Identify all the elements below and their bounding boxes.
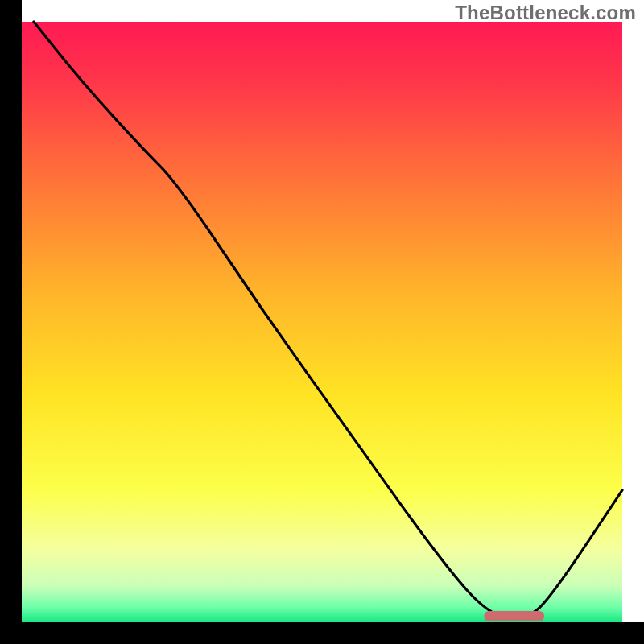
chart-container: TheBottleneck.com	[0, 0, 644, 644]
watermark-text: TheBottleneck.com	[455, 2, 636, 24]
plot-background	[22, 22, 622, 622]
chart-svg	[0, 0, 644, 644]
optimal-marker	[484, 611, 544, 621]
